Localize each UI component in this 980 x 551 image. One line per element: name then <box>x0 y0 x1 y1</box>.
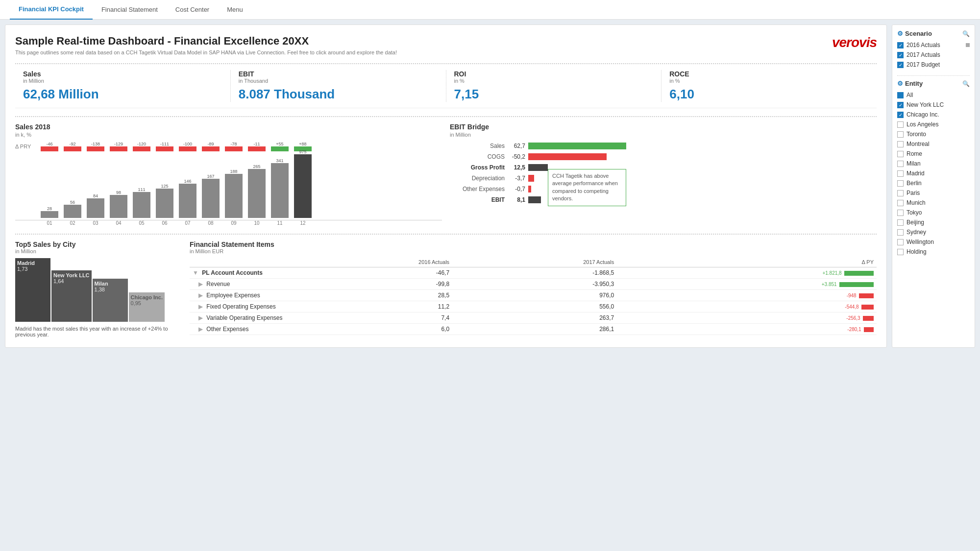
delta-bar-04-bar <box>110 146 127 151</box>
fin-row-3-label[interactable]: ▶ Fixed Operating Expenses <box>190 301 288 312</box>
entity-item-tokyo[interactable]: Tokyo <box>897 208 970 217</box>
expand-icon-4[interactable]: ▶ <box>198 314 203 321</box>
expand-icon-0[interactable]: ▼ <box>193 269 198 276</box>
entity-cb-all[interactable] <box>897 92 904 98</box>
entity-label-berlin: Berlin <box>906 180 922 187</box>
nav-menu[interactable]: Menu <box>218 0 252 20</box>
entity-cb-paris[interactable] <box>897 190 904 196</box>
entity-cb-rome[interactable] <box>897 151 904 157</box>
entity-header: ⚙ Entity 🔍 <box>897 80 970 87</box>
delta-bars: -46 -92 -138 <box>39 142 314 151</box>
expand-icon-2[interactable]: ▶ <box>198 292 203 299</box>
entity-cb-berlin[interactable] <box>897 180 904 187</box>
entity-cb-toronto[interactable] <box>897 131 904 138</box>
sales-chart-unit: in k, % <box>15 132 442 138</box>
entity-cb-tokyo[interactable] <box>897 210 904 216</box>
entity-search-icon[interactable]: 🔍 <box>962 80 970 87</box>
fin-row-4-label[interactable]: ▶ Variable Operating Expenses <box>190 312 288 324</box>
entity-label-paris: Paris <box>906 190 920 196</box>
entity-item-chicago[interactable]: ✓ Chicago Inc. <box>897 110 970 120</box>
entity-item-berlin[interactable]: Berlin <box>897 178 970 188</box>
entity-item-wellington[interactable]: Wellington <box>897 237 970 247</box>
delta-val-06: -111 <box>160 142 169 146</box>
ebit-bar-cogs-wrap <box>528 152 877 161</box>
scenario-header: ⚙ Scenario 🔍 <box>897 30 970 37</box>
logo: verovis <box>832 35 877 50</box>
entity-item-montreal[interactable]: Montreal <box>897 139 970 149</box>
x-axis-labels: 01 02 03 04 05 06 07 08 09 10 11 12 <box>15 220 442 226</box>
fin-row-2-label[interactable]: ▶ Employee Expenses <box>190 290 288 301</box>
entity-item-sydney[interactable]: Sydney <box>897 227 970 237</box>
scenario-item-2017-actuals[interactable]: ✓ 2017 Actuals <box>897 50 970 60</box>
entity-cb-madrid[interactable] <box>897 170 904 177</box>
scenario-search-icon[interactable]: 🔍 <box>962 30 970 37</box>
entity-cb-holding[interactable] <box>897 249 904 255</box>
entity-item-munich[interactable]: Munich <box>897 198 970 208</box>
entity-cb-newyork[interactable]: ✓ <box>897 102 904 108</box>
entity-item-milan[interactable]: Milan <box>897 159 970 168</box>
main-bar-12-wrap: 975 <box>292 149 314 218</box>
scenario-cb-2017-actuals[interactable]: ✓ <box>897 52 904 58</box>
scenario-cb-2016[interactable]: ✓ <box>897 42 904 48</box>
scenario-label-2016: 2016 Actuals <box>906 42 940 48</box>
entity-cb-chicago[interactable]: ✓ <box>897 112 904 118</box>
city-bar-milan-wrap: Milan 1,38 <box>93 279 128 322</box>
entity-label-chicago: Chicago Inc. <box>906 111 939 118</box>
entity-cb-sydney[interactable] <box>897 229 904 236</box>
expand-icon-3[interactable]: ▶ <box>198 303 203 310</box>
ebit-val-sales: 62,7 <box>509 143 528 149</box>
entity-cb-beijing[interactable] <box>897 219 904 226</box>
delta-bar-06-bar <box>156 146 173 151</box>
main-bar-03-wrap: 84 <box>85 193 106 218</box>
entity-cb-losangeles[interactable] <box>897 121 904 128</box>
entity-item-all[interactable]: All <box>897 90 970 100</box>
scenario-item-2016[interactable]: ✓ 2016 Actuals <box>897 40 970 50</box>
entity-item-newyork[interactable]: ✓ New York LLC <box>897 100 970 110</box>
nav-financial-statement[interactable]: Financial Statement <box>93 0 167 20</box>
entity-item-beijing[interactable]: Beijing <box>897 217 970 227</box>
top5-section: Top5 Sales by City in Million Madrid 1,7… <box>15 240 182 337</box>
entity-item-losangeles[interactable]: Los Angeles <box>897 120 970 129</box>
city-bar-madrid: Madrid 1,73 <box>15 258 50 322</box>
expand-icon-5[interactable]: ▶ <box>198 326 203 333</box>
kpi-roi-unit: in % <box>454 78 654 84</box>
fin-row-3-v2017: 556,0 <box>452 301 617 312</box>
entity-item-toronto[interactable]: Toronto <box>897 129 970 139</box>
ebit-row-ebit: EBIT 8,1 <box>450 195 877 204</box>
ebit-label-other-expenses: Other Expenses <box>450 186 509 192</box>
scenario-item-2017-budget[interactable]: ✓ 2017 Budget <box>897 60 970 70</box>
fin-row-5-delta: -280,1 <box>617 324 877 335</box>
expand-icon-1[interactable]: ▶ <box>198 281 203 287</box>
fin-col-label <box>190 257 288 267</box>
city-label-madrid: Madrid <box>17 260 49 266</box>
fin-row-1-delta: +3.851 <box>617 279 877 290</box>
kpi-sales-label: Sales <box>23 70 222 78</box>
main-bar-08-wrap: 167 <box>200 174 221 218</box>
fin-row-5-label[interactable]: ▶ Other Expenses <box>190 324 288 335</box>
delta-bar-06: -111 <box>154 142 175 151</box>
entity-label-tokyo: Tokyo <box>906 209 922 216</box>
kpi-row: Sales in Million 62,68 Million EBIT in T… <box>15 63 877 108</box>
delta-bar-03-bar <box>87 146 104 151</box>
fin-row-1-label[interactable]: ▶ Revenue <box>190 279 288 290</box>
entity-cb-munich[interactable] <box>897 200 904 206</box>
entity-item-rome[interactable]: Rome <box>897 149 970 159</box>
delta-bar-11-bar <box>271 146 289 151</box>
scenario-cb-2017-budget[interactable]: ✓ <box>897 62 904 68</box>
delta-row: Δ PRY -46 -92 - <box>15 142 442 151</box>
main-bar-07-val: 146 <box>184 179 191 184</box>
main-bar-10-wrap: 265 <box>246 164 268 218</box>
entity-cb-milan[interactable] <box>897 161 904 167</box>
dashboard-panel: Sample Real-time Dashboard - Financial E… <box>5 24 887 348</box>
nav-cost-center[interactable]: Cost Center <box>167 0 218 20</box>
entity-label-milan: Milan <box>906 160 921 167</box>
entity-item-paris[interactable]: Paris <box>897 188 970 198</box>
entity-cb-wellington[interactable] <box>897 239 904 245</box>
entity-cb-montreal[interactable] <box>897 141 904 147</box>
entity-item-holding[interactable]: Holding <box>897 247 970 257</box>
navigation: Financial KPI Cockpit Financial Statemen… <box>0 0 980 20</box>
fin-row-0-label[interactable]: ▼ PL Account Accounts <box>190 267 288 279</box>
fin-row-2: ▶ Employee Expenses 28,5 976,0 -948 <box>190 290 877 301</box>
nav-financial-kpi[interactable]: Financial KPI Cockpit <box>10 0 93 20</box>
entity-item-madrid[interactable]: Madrid <box>897 168 970 178</box>
